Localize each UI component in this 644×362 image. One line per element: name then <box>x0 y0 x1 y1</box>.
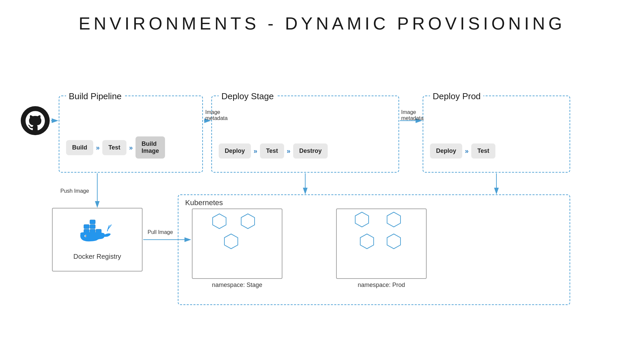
build-step: Build <box>66 140 93 155</box>
build-pipeline-steps: Build » Test » BuildImage <box>66 136 165 159</box>
svg-text:Image: Image <box>401 109 416 115</box>
deploy-stage-box: Deploy Stage Deploy » Test » Destroy <box>211 96 399 173</box>
build-pipeline-label: Build Pipeline <box>66 91 124 102</box>
page-title: ENVIRONMENTS - DYNAMIC PROVISIONING <box>0 0 644 44</box>
prod-pods-svg <box>337 209 427 266</box>
deploy-step-2: Deploy <box>430 143 462 159</box>
chevron-3: » <box>254 147 257 155</box>
deploy-prod-label: Deploy Prod <box>430 91 483 102</box>
namespace-prod-label: namespace: Prod <box>336 282 427 289</box>
svg-point-0 <box>21 106 50 135</box>
build-image-step: BuildImage <box>136 136 165 159</box>
svg-marker-14 <box>360 234 374 249</box>
svg-rect-4 <box>84 225 89 229</box>
deploy-prod-box: Deploy Prod Deploy » Test <box>423 96 570 173</box>
kubernetes-box: Kubernetes namespace: Stage <box>178 194 570 305</box>
chevron-1: » <box>96 144 100 152</box>
diagram-area: Build Pipeline Build » Test » BuildImage… <box>0 44 644 345</box>
docker-whale-icon <box>77 219 117 249</box>
svg-point-8 <box>86 235 87 236</box>
docker-registry-box: Docker Registry <box>52 208 143 272</box>
svg-marker-10 <box>241 214 255 229</box>
chevron-5: » <box>465 147 469 155</box>
svg-marker-15 <box>387 234 400 249</box>
deploy-prod-steps: Deploy » Test <box>430 143 495 159</box>
namespace-stage-label: namespace: Stage <box>192 282 282 289</box>
kubernetes-label: Kubernetes <box>185 198 223 207</box>
chevron-4: » <box>287 147 290 155</box>
github-icon <box>20 106 50 136</box>
svg-marker-12 <box>355 212 369 227</box>
namespace-stage-box <box>192 208 282 279</box>
test-step-2: Test <box>260 143 284 159</box>
deploy-stage-label: Deploy Stage <box>219 91 276 102</box>
svg-marker-13 <box>387 212 400 227</box>
svg-rect-6 <box>90 220 95 224</box>
build-pipeline-box: Build Pipeline Build » Test » BuildImage <box>59 96 203 173</box>
namespace-prod-box <box>336 208 427 279</box>
stage-pods-svg <box>193 209 283 266</box>
test-step-1: Test <box>102 140 126 155</box>
svg-text:metadata: metadata <box>401 115 424 121</box>
deploy-stage-steps: Deploy » Test » Destroy <box>219 143 328 159</box>
svg-marker-11 <box>224 234 238 249</box>
test-step-3: Test <box>471 143 495 159</box>
chevron-2: » <box>129 144 133 152</box>
svg-text:Pull Image: Pull Image <box>148 229 173 235</box>
svg-marker-9 <box>213 214 226 229</box>
svg-rect-5 <box>90 225 95 229</box>
destroy-step: Destroy <box>293 143 328 159</box>
svg-text:Push Image: Push Image <box>60 188 89 194</box>
docker-registry-label: Docker Registry <box>73 253 121 260</box>
deploy-step-1: Deploy <box>219 143 251 159</box>
